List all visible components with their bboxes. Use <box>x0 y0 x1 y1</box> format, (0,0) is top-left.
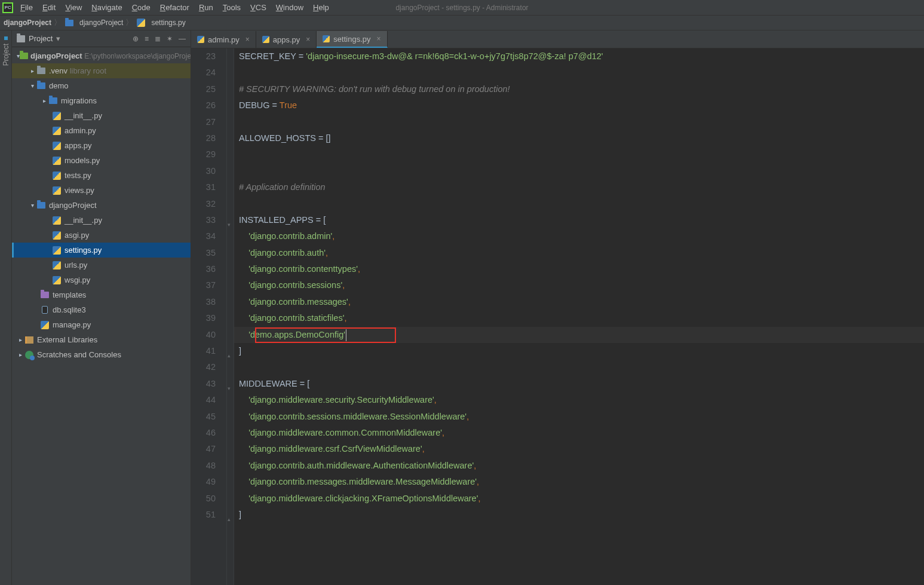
menu-code[interactable]: Code <box>127 2 155 13</box>
code-line-28[interactable]: ALLOWED_HOSTS = [] <box>234 130 924 146</box>
python-file-icon <box>323 35 330 42</box>
menu-refactor[interactable]: Refactor <box>155 2 194 13</box>
project-panel: Project ▾ ⊕ ≡ ≣ ✶ — ▾ djangoProject E:\p… <box>12 30 191 585</box>
tree-file-models[interactable]: models.py <box>12 153 191 168</box>
code-line-24[interactable] <box>234 65 924 81</box>
gear-icon[interactable]: ✶ <box>167 35 173 43</box>
code-content[interactable]: SECRET_KEY = 'django-insecure-m3-dw@& r=… <box>234 48 924 585</box>
tree-file-asgi[interactable]: asgi.py <box>12 228 191 243</box>
breadcrumb-root[interactable]: djangoProject <box>4 19 51 27</box>
project-tree[interactable]: ▾ djangoProject E:\python\workspace\djan… <box>12 47 191 585</box>
tree-file-urls[interactable]: urls.py <box>12 258 191 272</box>
gutter[interactable]: 2324252627282930313233343536373839404142… <box>191 48 227 585</box>
panel-header: Project ▾ ⊕ ≡ ≣ ✶ — <box>12 30 191 47</box>
code-line-35[interactable]: 'django.contrib.auth', <box>234 245 924 261</box>
tree-file-views[interactable]: views.py <box>12 183 191 198</box>
tree-file-settings[interactable]: settings.py <box>12 243 191 258</box>
code-line-37[interactable]: 'django.contrib.sessions', <box>234 277 924 293</box>
menu-help[interactable]: Help <box>308 2 334 13</box>
python-file-icon <box>262 36 269 43</box>
collapse-all-icon[interactable]: ≣ <box>155 35 161 43</box>
menu-run[interactable]: Run <box>194 2 218 13</box>
chevron-down-icon[interactable]: ▾ <box>29 202 36 209</box>
tree-djangoProject[interactable]: ▾ djangoProject <box>12 198 191 213</box>
code-line-41[interactable]: ] <box>234 343 924 359</box>
menu-vcs[interactable]: VCS <box>245 2 271 13</box>
folder-icon <box>36 68 47 74</box>
code-line-30[interactable] <box>234 163 924 179</box>
python-file-icon <box>51 142 62 150</box>
tab-admin-py[interactable]: admin.py× <box>191 31 256 48</box>
code-editor[interactable]: 2324252627282930313233343536373839404142… <box>191 48 924 585</box>
code-line-50[interactable]: 'django.middleware.clickjacking.XFrameOp… <box>234 491 924 507</box>
fold-strip[interactable]: ▾▴▾▴ <box>227 48 234 585</box>
tree-demo[interactable]: ▾ demo <box>12 78 191 93</box>
chevron-right-icon[interactable]: ▸ <box>17 351 24 358</box>
code-line-45[interactable]: 'django.contrib.sessions.middleware.Sess… <box>234 409 924 425</box>
chevron-down-icon[interactable]: ▾ <box>56 34 60 43</box>
expand-all-icon[interactable]: ≡ <box>145 35 149 43</box>
breadcrumb-folder[interactable]: djangoProject <box>79 19 123 27</box>
tree-scratches[interactable]: ▸ Scratches and Consoles <box>12 347 191 362</box>
code-line-36[interactable]: 'django.contrib.contenttypes', <box>234 261 924 277</box>
menu-navigate[interactable]: Navigate <box>87 2 127 13</box>
code-line-27[interactable] <box>234 114 924 130</box>
code-line-42[interactable] <box>234 359 924 375</box>
code-line-29[interactable] <box>234 146 924 163</box>
menu-window[interactable]: Window <box>271 2 308 13</box>
code-line-39[interactable]: 'django.contrib.staticfiles', <box>234 310 924 326</box>
tree-external-libraries[interactable]: ▸ External Libraries <box>12 332 191 347</box>
code-line-44[interactable]: 'django.middleware.security.SecurityMidd… <box>234 392 924 408</box>
menu-file[interactable]: File <box>16 2 38 13</box>
code-line-34[interactable]: 'django.contrib.admin', <box>234 228 924 244</box>
tree-manage[interactable]: manage.py <box>12 317 191 332</box>
tree-migrations[interactable]: ▸ migrations <box>12 93 191 108</box>
close-icon[interactable]: × <box>376 35 380 43</box>
tab-apps-py[interactable]: apps.py× <box>256 31 317 48</box>
code-line-26[interactable]: DEBUG = True <box>234 97 924 114</box>
tree-root[interactable]: ▾ djangoProject E:\python\workspace\djan… <box>12 48 191 63</box>
project-tool-button[interactable]: Project <box>2 44 10 66</box>
tree-file-init2[interactable]: __init__.py <box>12 213 191 228</box>
menu-edit[interactable]: Edit <box>38 2 60 13</box>
tree-file-init[interactable]: __init__.py <box>12 108 191 123</box>
tree-templates[interactable]: templates <box>12 287 191 302</box>
tree-venv[interactable]: ▸ .venv library root <box>12 63 191 78</box>
hide-icon[interactable]: — <box>179 35 186 43</box>
code-line-49[interactable]: 'django.contrib.messages.middleware.Mess… <box>234 474 924 490</box>
code-line-51[interactable]: ] <box>234 507 924 523</box>
app-icon: PC <box>2 2 13 13</box>
code-line-33[interactable]: INSTALLED_APPS = [ <box>234 212 924 228</box>
code-line-32[interactable] <box>234 196 924 212</box>
chevron-down-icon[interactable]: ▾ <box>29 82 36 89</box>
menu-tools[interactable]: Tools <box>218 2 245 13</box>
close-icon[interactable]: × <box>245 35 250 44</box>
chevron-right-icon[interactable]: ▸ <box>29 68 36 74</box>
code-line-23[interactable]: SECRET_KEY = 'django-insecure-m3-dw@& r=… <box>234 48 924 65</box>
locate-icon[interactable]: ⊕ <box>133 35 139 43</box>
code-line-38[interactable]: 'django.contrib.messages', <box>234 294 924 310</box>
tab-settings-py[interactable]: settings.py× <box>317 31 387 48</box>
folder-icon <box>36 82 47 89</box>
code-line-43[interactable]: MIDDLEWARE = [ <box>234 376 924 392</box>
tree-file-apps[interactable]: apps.py <box>12 138 191 153</box>
code-line-47[interactable]: 'django.middleware.csrf.CsrfViewMiddlewa… <box>234 441 924 457</box>
scratch-icon <box>24 351 35 359</box>
menu-view[interactable]: View <box>60 2 87 13</box>
python-file-icon <box>51 127 62 135</box>
chevron-right-icon[interactable]: ▸ <box>17 336 24 343</box>
tree-file-admin[interactable]: admin.py <box>12 123 191 138</box>
code-line-40[interactable]: 'demo.apps.DemoConfig' <box>234 327 924 343</box>
tree-file-wsgi[interactable]: wsgi.py <box>12 272 191 287</box>
chevron-right-icon[interactable]: ▸ <box>41 97 48 104</box>
code-line-25[interactable]: # SECURITY WARNING: don't run with debug… <box>234 81 924 97</box>
breadcrumb-file[interactable]: settings.py <box>151 19 185 27</box>
tree-file-tests[interactable]: tests.py <box>12 168 191 183</box>
python-file-icon <box>51 186 62 195</box>
panel-title[interactable]: Project <box>29 34 53 43</box>
code-line-48[interactable]: 'django.contrib.auth.middleware.Authenti… <box>234 458 924 474</box>
tree-db[interactable]: db.sqlite3 <box>12 302 191 317</box>
code-line-46[interactable]: 'django.middleware.common.CommonMiddlewa… <box>234 425 924 441</box>
code-line-31[interactable]: # Application definition <box>234 179 924 195</box>
close-icon[interactable]: × <box>306 35 310 44</box>
